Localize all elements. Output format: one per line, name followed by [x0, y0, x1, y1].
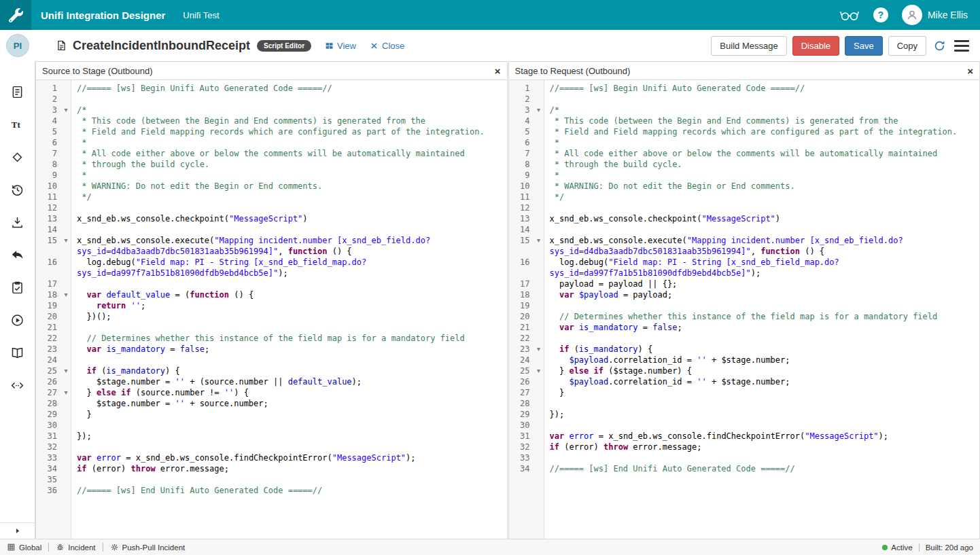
code-line[interactable]: 14: [509, 224, 980, 235]
view-button[interactable]: View: [325, 41, 356, 51]
code-line[interactable]: 24: [36, 355, 507, 365]
code-line[interactable]: 14: [36, 224, 507, 235]
integration-push-pull-incident[interactable]: Push-Pull Incident: [103, 543, 192, 552]
code-line[interactable]: 5 * Field and Field mapping records whic…: [36, 126, 507, 137]
table-incident[interactable]: Incident: [48, 543, 102, 552]
code-line[interactable]: 28: [509, 398, 980, 409]
fold-toggle-icon[interactable]: ▾: [533, 365, 544, 376]
code-line[interactable]: 4 * This code (between the Begin and End…: [36, 115, 507, 126]
code-line[interactable]: 35: [36, 474, 507, 485]
close-button[interactable]: Close: [370, 41, 404, 51]
sidebar-collapse-toggle[interactable]: [0, 522, 35, 539]
code-line[interactable]: 16 log.debug("Field map: PI - String [x_…: [509, 257, 980, 279]
code-line[interactable]: 30: [509, 420, 980, 431]
fold-toggle-icon[interactable]: ▾: [60, 105, 71, 115]
copy-button[interactable]: Copy: [888, 36, 926, 56]
code-line[interactable]: 8 * through the build cycle.: [36, 159, 507, 170]
fold-toggle-icon[interactable]: ▾: [60, 387, 71, 398]
document-fields-icon[interactable]: [10, 84, 25, 99]
code-line[interactable]: 13x_snd_eb.ws_console.checkpoint("Messag…: [36, 213, 507, 224]
code-line[interactable]: 2: [509, 94, 980, 105]
code-line[interactable]: 16 log.debug("Field map: PI - String [x_…: [36, 257, 507, 279]
code-line[interactable]: 19: [509, 300, 980, 311]
environment-name[interactable]: Unifi Test: [183, 10, 219, 20]
code-line[interactable]: 27▾ } else if (source.number != '') {: [36, 387, 507, 398]
fold-toggle-icon[interactable]: ▾: [533, 105, 544, 115]
field-maps-icon[interactable]: [10, 149, 25, 164]
code-line[interactable]: 36//===== [ws] End Unifi Auto Generated …: [36, 485, 507, 496]
save-button[interactable]: Save: [845, 36, 883, 56]
integration-avatar[interactable]: PI: [6, 34, 29, 57]
fold-toggle-icon[interactable]: ▾: [60, 365, 71, 376]
code-line[interactable]: 12: [36, 202, 507, 213]
code-line[interactable]: 26 $stage.number = '' + (source.number |…: [36, 376, 507, 387]
help-icon[interactable]: ?: [873, 7, 888, 22]
code-line[interactable]: 26 $payload.correlation_id = '' + $stage…: [509, 376, 980, 387]
fold-toggle-icon[interactable]: ▾: [533, 344, 544, 355]
code-line[interactable]: 8 * through the build cycle.: [509, 159, 980, 170]
code-line[interactable]: 2: [36, 94, 507, 105]
code-line[interactable]: 23▾ if (is_mandatory) {: [509, 344, 980, 355]
code-line[interactable]: 20 })();: [36, 311, 507, 322]
code-line[interactable]: 7 * All code either above or below the c…: [509, 148, 980, 159]
code-line[interactable]: 11 */: [509, 192, 980, 202]
code-line[interactable]: 24 $payload.correlation_id = '' + $stage…: [509, 355, 980, 365]
code-line[interactable]: 10 * WARNING: Do not edit the Begin or E…: [36, 181, 507, 192]
text-format-icon[interactable]: Tt: [10, 117, 25, 132]
code-line[interactable]: 23 var is_mandatory = false;: [36, 344, 507, 355]
code-line[interactable]: 34//===== [ws] End Unifi Auto Generated …: [509, 463, 980, 474]
code-line[interactable]: 21: [36, 322, 507, 333]
code-line[interactable]: 19 return '';: [36, 300, 507, 311]
code-line[interactable]: 34if (error) throw error.message;: [36, 463, 507, 474]
code-line[interactable]: 31});: [36, 431, 507, 442]
scope-global[interactable]: Global: [7, 543, 48, 552]
code-line[interactable]: 12: [509, 202, 980, 213]
menu-icon[interactable]: [954, 40, 969, 52]
code-line[interactable]: 17 payload = payload || {};: [509, 279, 980, 289]
code-line[interactable]: 22: [509, 333, 980, 344]
code-line[interactable]: 29});: [509, 409, 980, 420]
import-icon[interactable]: [10, 215, 25, 230]
code-line[interactable]: 15▾x_snd_eb.ws_console.execute("Mapping …: [509, 235, 980, 257]
code-line[interactable]: 30: [36, 420, 507, 431]
code-line[interactable]: 29 }: [36, 409, 507, 420]
code-line[interactable]: 1//===== [ws] Begin Unifi Auto Generated…: [509, 83, 980, 94]
history-icon[interactable]: [10, 182, 25, 197]
documentation-icon[interactable]: [10, 345, 25, 360]
disable-button[interactable]: Disable: [792, 36, 839, 56]
run-tests-icon[interactable]: [10, 312, 25, 327]
code-line[interactable]: 27 }: [509, 387, 980, 398]
code-icon[interactable]: [10, 378, 25, 393]
code-line[interactable]: 32: [36, 442, 507, 452]
code-line[interactable]: 4 * This code (between the Begin and End…: [509, 115, 980, 126]
code-line[interactable]: 10 * WARNING: Do not edit the Begin or E…: [509, 181, 980, 192]
code-line[interactable]: 21 var is_mandatory = false;: [509, 322, 980, 333]
code-line[interactable]: 22 // Determines whether this instance o…: [36, 333, 507, 344]
code-line[interactable]: 18▾ var default_value = (function () {: [36, 289, 507, 300]
code-line[interactable]: 31var error = x_snd_eb.ws_console.findCh…: [509, 431, 980, 442]
refresh-icon[interactable]: [933, 39, 946, 52]
code-line[interactable]: 28 $stage.number = '' + source.number;: [36, 398, 507, 409]
code-editor[interactable]: 1//===== [ws] Begin Unifi Auto Generated…: [36, 80, 507, 539]
code-line[interactable]: 9 *: [36, 170, 507, 181]
tasks-icon[interactable]: [10, 280, 25, 295]
code-line[interactable]: 1//===== [ws] Begin Unifi Auto Generated…: [36, 83, 507, 94]
code-line[interactable]: 6 *: [36, 137, 507, 148]
build-message-button[interactable]: Build Message: [711, 36, 786, 56]
code-line[interactable]: 17: [36, 279, 507, 289]
fold-toggle-icon[interactable]: ▾: [60, 235, 71, 246]
code-line[interactable]: 33: [509, 452, 980, 463]
code-line[interactable]: 25▾ if (is_mandatory) {: [36, 365, 507, 376]
revert-icon[interactable]: [10, 247, 25, 262]
code-line[interactable]: 9 *: [509, 170, 980, 181]
code-editor[interactable]: 1//===== [ws] Begin Unifi Auto Generated…: [509, 80, 980, 539]
code-line[interactable]: 32if (error) throw error.message;: [509, 442, 980, 452]
code-line[interactable]: 15▾x_snd_eb.ws_console.execute("Mapping …: [36, 235, 507, 257]
app-logo[interactable]: [0, 0, 31, 30]
code-line[interactable]: 33var error = x_snd_eb.ws_console.findCh…: [36, 452, 507, 463]
code-line[interactable]: 3▾/*: [509, 105, 980, 115]
pane-close-icon[interactable]: ×: [495, 66, 501, 76]
code-line[interactable]: 20 // Determines whether this instance o…: [509, 311, 980, 322]
code-line[interactable]: 25▾ } else if ($stage.number) {: [509, 365, 980, 376]
code-line[interactable]: 7 * All code either above or below the c…: [36, 148, 507, 159]
